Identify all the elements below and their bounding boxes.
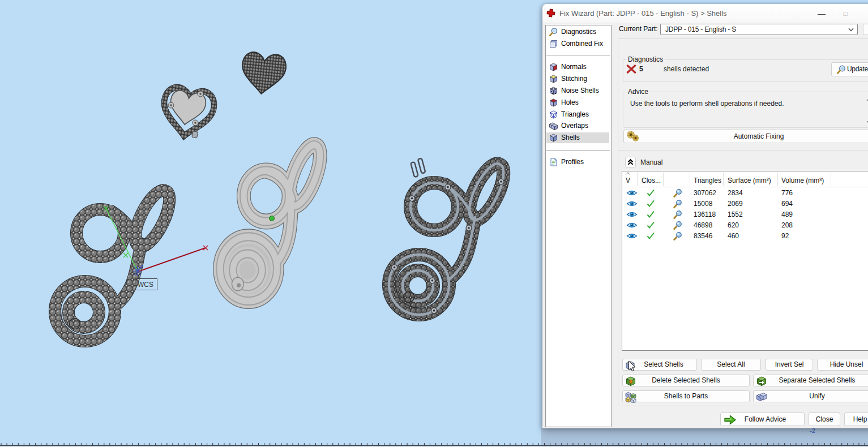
svg-text:776: 776: [781, 189, 793, 197]
svg-text:46898: 46898: [694, 221, 713, 229]
svg-text:2069: 2069: [728, 200, 743, 208]
svg-text:694: 694: [781, 200, 793, 208]
svg-text:489: 489: [781, 210, 793, 218]
svg-text:620: 620: [728, 221, 739, 229]
svg-text:136118: 136118: [694, 210, 716, 218]
svg-text:WCS: WCS: [138, 281, 153, 289]
svg-text:307062: 307062: [694, 189, 716, 197]
svg-text:Volume (mm³): Volume (mm³): [781, 177, 824, 184]
svg-text:V: V: [626, 177, 630, 184]
svg-text:208: 208: [781, 221, 793, 229]
svg-text:15008: 15008: [694, 200, 713, 208]
svg-text:83546: 83546: [694, 232, 713, 240]
svg-text:92: 92: [781, 232, 789, 240]
svg-text:Clos...: Clos...: [642, 177, 661, 184]
svg-text:1552: 1552: [728, 210, 743, 218]
svg-text:z: z: [140, 263, 143, 269]
svg-text:460: 460: [728, 232, 739, 240]
svg-text:Surface (mm²): Surface (mm²): [728, 177, 771, 184]
svg-text:Triangles: Triangles: [694, 177, 721, 184]
svg-text:2834: 2834: [728, 189, 743, 197]
